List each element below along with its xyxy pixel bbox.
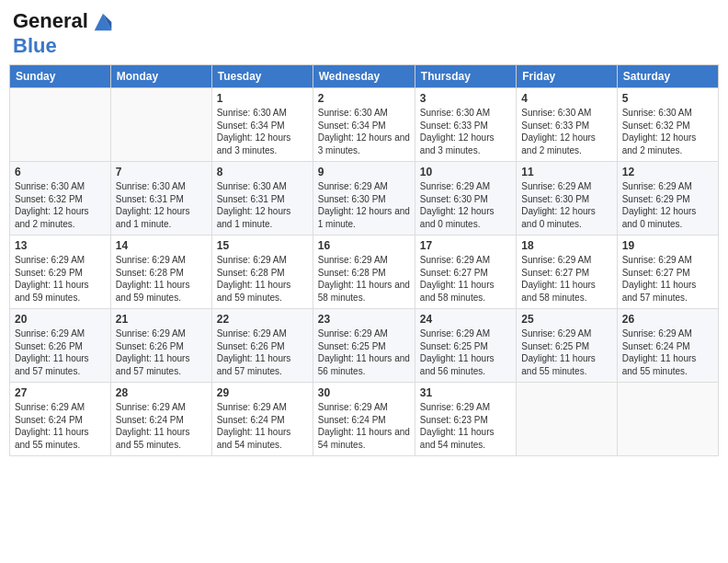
day-info: Sunrise: 6:29 AMSunset: 6:28 PMDaylight:… <box>217 254 308 304</box>
day-number: 14 <box>116 239 207 252</box>
calendar-cell: 11Sunrise: 6:29 AMSunset: 6:30 PMDayligh… <box>517 162 617 236</box>
calendar-cell: 1Sunrise: 6:30 AMSunset: 6:34 PMDaylight… <box>211 88 313 162</box>
day-info: Sunrise: 6:29 AMSunset: 6:29 PMDaylight:… <box>622 180 713 230</box>
day-info: Sunrise: 6:29 AMSunset: 6:28 PMDaylight:… <box>116 254 207 304</box>
calendar-cell <box>517 383 617 456</box>
day-info: Sunrise: 6:29 AMSunset: 6:25 PMDaylight:… <box>521 327 611 377</box>
day-info: Sunrise: 6:29 AMSunset: 6:28 PMDaylight:… <box>318 254 410 304</box>
day-info: Sunrise: 6:29 AMSunset: 6:23 PMDaylight:… <box>420 401 511 451</box>
day-number: 27 <box>15 386 106 399</box>
calendar-cell: 25Sunrise: 6:29 AMSunset: 6:25 PMDayligh… <box>517 309 617 383</box>
day-info: Sunrise: 6:29 AMSunset: 6:30 PMDaylight:… <box>521 180 611 230</box>
calendar-cell <box>10 88 111 162</box>
day-number: 16 <box>318 239 410 252</box>
logo-blue: Blue <box>13 35 116 57</box>
day-number: 19 <box>622 239 713 252</box>
calendar-cell: 13Sunrise: 6:29 AMSunset: 6:29 PMDayligh… <box>10 236 111 309</box>
day-info: Sunrise: 6:29 AMSunset: 6:25 PMDaylight:… <box>420 327 511 377</box>
calendar-cell <box>110 88 211 162</box>
day-number: 2 <box>318 92 410 105</box>
calendar-week-5: 27Sunrise: 6:29 AMSunset: 6:24 PMDayligh… <box>10 383 719 456</box>
calendar-cell: 19Sunrise: 6:29 AMSunset: 6:27 PMDayligh… <box>617 236 718 309</box>
day-info: Sunrise: 6:29 AMSunset: 6:25 PMDaylight:… <box>318 327 410 377</box>
page-header: General Blue <box>9 9 719 57</box>
day-number: 28 <box>116 386 207 399</box>
day-header-monday: Monday <box>110 65 211 88</box>
calendar-cell: 24Sunrise: 6:29 AMSunset: 6:25 PMDayligh… <box>415 309 516 383</box>
calendar-week-3: 13Sunrise: 6:29 AMSunset: 6:29 PMDayligh… <box>10 236 719 309</box>
day-header-wednesday: Wednesday <box>313 65 415 88</box>
day-header-sunday: Sunday <box>10 65 111 88</box>
day-number: 22 <box>217 313 308 326</box>
day-number: 25 <box>521 313 611 326</box>
day-info: Sunrise: 6:30 AMSunset: 6:34 PMDaylight:… <box>318 107 410 156</box>
calendar-cell: 2Sunrise: 6:30 AMSunset: 6:34 PMDaylight… <box>313 88 415 162</box>
calendar-week-1: 1Sunrise: 6:30 AMSunset: 6:34 PMDaylight… <box>10 88 719 162</box>
day-info: Sunrise: 6:30 AMSunset: 6:32 PMDaylight:… <box>15 180 106 230</box>
day-number: 23 <box>318 313 410 326</box>
day-info: Sunrise: 6:29 AMSunset: 6:26 PMDaylight:… <box>15 327 106 377</box>
day-info: Sunrise: 6:29 AMSunset: 6:24 PMDaylight:… <box>217 401 308 451</box>
calendar-cell: 15Sunrise: 6:29 AMSunset: 6:28 PMDayligh… <box>211 236 313 309</box>
calendar-cell: 4Sunrise: 6:30 AMSunset: 6:33 PMDaylight… <box>517 88 617 162</box>
day-info: Sunrise: 6:29 AMSunset: 6:24 PMDaylight:… <box>15 401 106 451</box>
day-header-saturday: Saturday <box>617 65 718 88</box>
calendar-week-2: 6Sunrise: 6:30 AMSunset: 6:32 PMDaylight… <box>10 162 719 236</box>
logo: General Blue <box>13 9 116 57</box>
day-number: 3 <box>420 92 511 105</box>
calendar-cell: 10Sunrise: 6:29 AMSunset: 6:30 PMDayligh… <box>415 162 516 236</box>
day-header-thursday: Thursday <box>415 65 516 88</box>
day-number: 8 <box>217 166 308 178</box>
day-info: Sunrise: 6:29 AMSunset: 6:30 PMDaylight:… <box>318 180 410 230</box>
calendar-cell: 28Sunrise: 6:29 AMSunset: 6:24 PMDayligh… <box>110 383 211 456</box>
calendar-cell: 3Sunrise: 6:30 AMSunset: 6:33 PMDaylight… <box>415 88 516 162</box>
day-info: Sunrise: 6:29 AMSunset: 6:24 PMDaylight:… <box>318 401 410 451</box>
day-number: 5 <box>622 92 713 105</box>
day-number: 21 <box>116 313 207 326</box>
day-info: Sunrise: 6:29 AMSunset: 6:27 PMDaylight:… <box>420 254 511 304</box>
day-number: 1 <box>217 92 308 105</box>
calendar-cell: 14Sunrise: 6:29 AMSunset: 6:28 PMDayligh… <box>110 236 211 309</box>
day-number: 13 <box>15 239 106 252</box>
calendar-cell: 20Sunrise: 6:29 AMSunset: 6:26 PMDayligh… <box>10 309 111 383</box>
day-number: 20 <box>15 313 106 326</box>
calendar-cell: 23Sunrise: 6:29 AMSunset: 6:25 PMDayligh… <box>313 309 415 383</box>
calendar-table: SundayMondayTuesdayWednesdayThursdayFrid… <box>9 64 719 456</box>
calendar-cell: 21Sunrise: 6:29 AMSunset: 6:26 PMDayligh… <box>110 309 211 383</box>
calendar-cell: 18Sunrise: 6:29 AMSunset: 6:27 PMDayligh… <box>517 236 617 309</box>
day-number: 31 <box>420 386 511 399</box>
day-info: Sunrise: 6:29 AMSunset: 6:26 PMDaylight:… <box>116 327 207 377</box>
calendar-cell: 5Sunrise: 6:30 AMSunset: 6:32 PMDaylight… <box>617 88 718 162</box>
calendar-cell: 29Sunrise: 6:29 AMSunset: 6:24 PMDayligh… <box>211 383 313 456</box>
logo-text: General <box>13 9 116 35</box>
day-number: 4 <box>521 92 611 105</box>
calendar-cell: 7Sunrise: 6:30 AMSunset: 6:31 PMDaylight… <box>110 162 211 236</box>
calendar-cell: 6Sunrise: 6:30 AMSunset: 6:32 PMDaylight… <box>10 162 111 236</box>
calendar-week-4: 20Sunrise: 6:29 AMSunset: 6:26 PMDayligh… <box>10 309 719 383</box>
calendar-cell: 17Sunrise: 6:29 AMSunset: 6:27 PMDayligh… <box>415 236 516 309</box>
day-number: 15 <box>217 239 308 252</box>
calendar-cell: 26Sunrise: 6:29 AMSunset: 6:24 PMDayligh… <box>617 309 718 383</box>
calendar-header-row: SundayMondayTuesdayWednesdayThursdayFrid… <box>10 65 719 88</box>
day-info: Sunrise: 6:30 AMSunset: 6:32 PMDaylight:… <box>622 107 713 156</box>
day-info: Sunrise: 6:30 AMSunset: 6:31 PMDaylight:… <box>217 180 308 230</box>
day-number: 11 <box>521 166 611 178</box>
day-info: Sunrise: 6:29 AMSunset: 6:24 PMDaylight:… <box>622 327 713 377</box>
calendar-cell: 30Sunrise: 6:29 AMSunset: 6:24 PMDayligh… <box>313 383 415 456</box>
day-info: Sunrise: 6:29 AMSunset: 6:29 PMDaylight:… <box>15 254 106 304</box>
day-info: Sunrise: 6:29 AMSunset: 6:26 PMDaylight:… <box>217 327 308 377</box>
day-info: Sunrise: 6:29 AMSunset: 6:27 PMDaylight:… <box>622 254 713 304</box>
calendar-cell: 9Sunrise: 6:29 AMSunset: 6:30 PMDaylight… <box>313 162 415 236</box>
day-number: 30 <box>318 386 410 399</box>
calendar-cell: 12Sunrise: 6:29 AMSunset: 6:29 PMDayligh… <box>617 162 718 236</box>
day-info: Sunrise: 6:30 AMSunset: 6:31 PMDaylight:… <box>116 180 207 230</box>
day-info: Sunrise: 6:29 AMSunset: 6:27 PMDaylight:… <box>521 254 611 304</box>
calendar-cell <box>617 383 718 456</box>
day-number: 6 <box>15 166 106 178</box>
day-info: Sunrise: 6:30 AMSunset: 6:34 PMDaylight:… <box>217 107 308 156</box>
day-info: Sunrise: 6:30 AMSunset: 6:33 PMDaylight:… <box>521 107 611 156</box>
day-info: Sunrise: 6:29 AMSunset: 6:30 PMDaylight:… <box>420 180 511 230</box>
day-number: 10 <box>420 166 511 178</box>
calendar-cell: 8Sunrise: 6:30 AMSunset: 6:31 PMDaylight… <box>211 162 313 236</box>
day-info: Sunrise: 6:29 AMSunset: 6:24 PMDaylight:… <box>116 401 207 451</box>
